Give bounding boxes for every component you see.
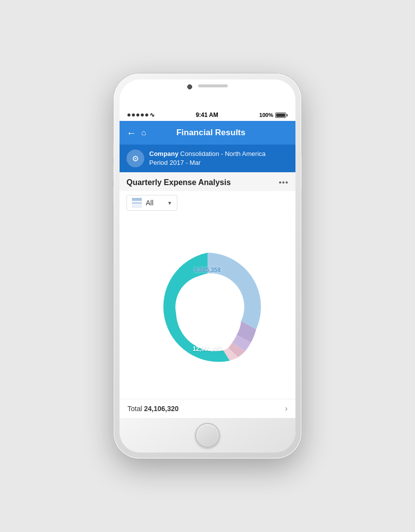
period-label: Period xyxy=(149,159,168,166)
battery-percent: 100% xyxy=(259,112,273,118)
status-bar: ∿ 9:41 AM 100% xyxy=(120,109,295,121)
chevron-down-icon: ▼ xyxy=(158,200,172,206)
wifi-icon: ∿ xyxy=(150,112,155,118)
chart-label-blue: 8,885,358 xyxy=(194,266,220,273)
filter-label: All xyxy=(146,199,154,207)
total-value: 24,106,320 xyxy=(144,405,178,413)
speaker xyxy=(198,84,228,87)
total-bar[interactable]: Total 24,106,320 › xyxy=(120,399,295,418)
widget-menu-button[interactable]: ••• xyxy=(279,178,289,187)
chart-area: 8,885,358 12,901,458 xyxy=(120,215,295,399)
filter-chart-icon xyxy=(132,198,142,208)
filter-dropdown[interactable]: All ▼ xyxy=(126,195,177,211)
donut-hole xyxy=(175,275,240,339)
filter-row: All ▼ xyxy=(120,191,295,215)
home-nav-icon[interactable]: ⌂ xyxy=(141,128,146,137)
battery-icon xyxy=(275,113,288,118)
page-title: Financial Results xyxy=(151,128,271,138)
home-button[interactable] xyxy=(195,423,220,448)
signal-dot xyxy=(127,114,130,116)
main-content: Quarterly Expense Analysis ••• All ▼ xyxy=(120,172,295,418)
battery-area: 100% xyxy=(259,112,288,118)
phone-top-bar xyxy=(120,79,295,109)
settings-icon: ⚙ xyxy=(126,150,144,167)
total-text: Total 24,106,320 xyxy=(127,405,179,413)
chart-label-teal: 12,901,458 xyxy=(193,345,222,352)
signal-dot xyxy=(141,114,144,116)
nav-bar: ← ⌂ Financial Results xyxy=(120,121,295,145)
chevron-right-icon: › xyxy=(285,404,288,413)
widget-card: Quarterly Expense Analysis ••• All ▼ xyxy=(120,172,295,418)
consolidation-label: Consolidation - North America xyxy=(180,150,266,157)
signal-dot xyxy=(132,114,135,116)
donut-chart: 8,885,358 12,901,458 xyxy=(148,248,267,366)
clock: 9:41 AM xyxy=(196,112,218,118)
signal-area: ∿ xyxy=(127,112,155,118)
context-info: Company Consolidation - North America Pe… xyxy=(149,150,266,167)
company-label: Company xyxy=(149,150,178,157)
context-bar: ⚙ Company Consolidation - North America … xyxy=(120,145,295,172)
period-value-text: 2017 - Mar xyxy=(169,159,201,166)
signal-dot xyxy=(145,114,148,116)
home-button-area xyxy=(120,418,295,453)
signal-dot xyxy=(136,114,139,116)
widget-title: Quarterly Expense Analysis xyxy=(126,178,231,187)
widget-header: Quarterly Expense Analysis ••• xyxy=(120,172,295,191)
front-camera xyxy=(187,84,192,89)
phone-device: ∿ 9:41 AM 100% ← ⌂ Financial Results ⚙ C… xyxy=(114,74,301,458)
total-label: Total xyxy=(127,405,142,413)
phone-screen: ∿ 9:41 AM 100% ← ⌂ Financial Results ⚙ C… xyxy=(120,79,295,453)
back-button[interactable]: ← xyxy=(126,127,136,139)
